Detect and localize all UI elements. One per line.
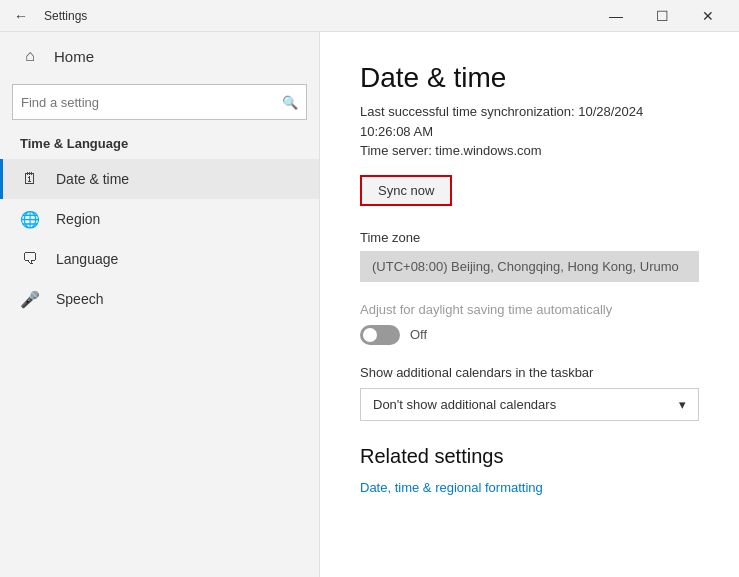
daylight-label: Adjust for daylight saving time automati… — [360, 302, 699, 317]
close-button[interactable]: ✕ — [685, 0, 731, 32]
toggle-row: Off — [360, 325, 699, 345]
sidebar-search[interactable]: 🔍 — [12, 84, 307, 120]
sync-info: Last successful time synchronization: 10… — [360, 102, 699, 161]
sidebar-item-speech[interactable]: 🎤 Speech — [0, 279, 319, 319]
sidebar-item-speech-label: Speech — [56, 291, 103, 307]
maximize-button[interactable]: ☐ — [639, 0, 685, 32]
sidebar-item-home[interactable]: ⌂ Home — [0, 32, 319, 80]
sidebar-item-language-label: Language — [56, 251, 118, 267]
sidebar-item-datetime[interactable]: 🗓 Date & time — [0, 159, 319, 199]
title-bar-left: ← Settings — [8, 6, 87, 26]
sidebar-section-title: Time & Language — [0, 132, 319, 159]
calendars-value: Don't show additional calendars — [373, 397, 556, 412]
calendars-dropdown[interactable]: Don't show additional calendars ▾ — [360, 388, 699, 421]
calendars-chevron-icon: ▾ — [679, 397, 686, 412]
sync-line1: Last successful time synchronization: 10… — [360, 102, 699, 122]
toggle-knob — [363, 328, 377, 342]
search-icon: 🔍 — [282, 95, 298, 110]
daylight-toggle[interactable] — [360, 325, 400, 345]
home-icon: ⌂ — [20, 46, 40, 66]
title-bar-title: Settings — [44, 9, 87, 23]
language-icon: 🗨 — [20, 249, 40, 269]
sync-line3: Time server: time.windows.com — [360, 141, 699, 161]
related-link-datetime[interactable]: Date, time & regional formatting — [360, 480, 543, 495]
app-body: ⌂ Home 🔍 Time & Language 🗓 Date & time 🌐… — [0, 32, 739, 577]
sidebar-item-language[interactable]: 🗨 Language — [0, 239, 319, 279]
datetime-icon: 🗓 — [20, 169, 40, 189]
sidebar-home-label: Home — [54, 48, 94, 65]
page-title: Date & time — [360, 62, 699, 94]
timezone-value: (UTC+08:00) Beijing, Chongqing, Hong Kon… — [372, 259, 679, 274]
related-settings-title: Related settings — [360, 445, 699, 468]
title-bar: ← Settings — ☐ ✕ — [0, 0, 739, 32]
sidebar-item-datetime-label: Date & time — [56, 171, 129, 187]
sync-now-button[interactable]: Sync now — [360, 175, 452, 206]
calendars-label: Show additional calendars in the taskbar — [360, 365, 699, 380]
sidebar: ⌂ Home 🔍 Time & Language 🗓 Date & time 🌐… — [0, 32, 320, 577]
sidebar-nav: 🗓 Date & time 🌐 Region 🗨 Language 🎤 Spee… — [0, 159, 319, 319]
sync-line2: 10:26:08 AM — [360, 122, 699, 142]
content: Date & time Last successful time synchro… — [320, 32, 739, 577]
search-input[interactable] — [21, 95, 282, 110]
timezone-label: Time zone — [360, 230, 699, 245]
toggle-status: Off — [410, 327, 427, 342]
title-bar-controls: — ☐ ✕ — [593, 0, 731, 32]
sidebar-item-region[interactable]: 🌐 Region — [0, 199, 319, 239]
region-icon: 🌐 — [20, 209, 40, 229]
back-button[interactable]: ← — [8, 6, 34, 26]
daylight-section: Adjust for daylight saving time automati… — [360, 302, 699, 345]
speech-icon: 🎤 — [20, 289, 40, 309]
sidebar-item-region-label: Region — [56, 211, 100, 227]
minimize-button[interactable]: — — [593, 0, 639, 32]
timezone-dropdown[interactable]: (UTC+08:00) Beijing, Chongqing, Hong Kon… — [360, 251, 699, 282]
